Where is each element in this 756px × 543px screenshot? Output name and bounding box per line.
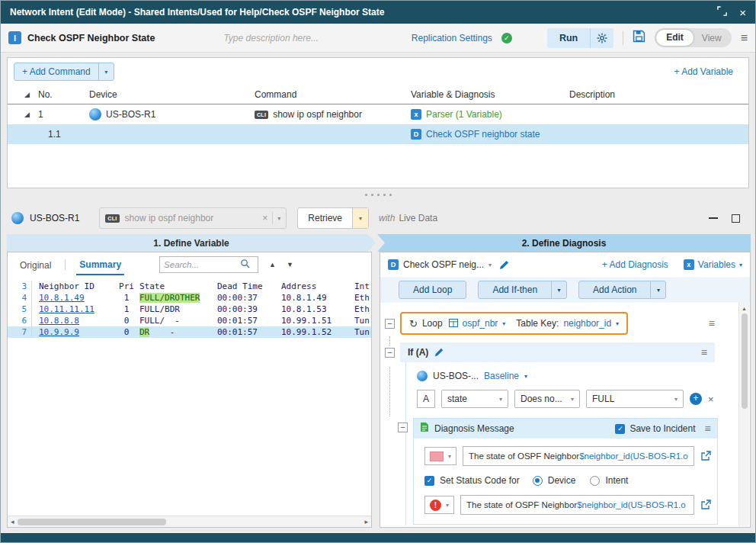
if-header[interactable]: If (A) ≡ [400, 342, 715, 362]
view-toggle-button[interactable]: View [694, 33, 730, 43]
col-interface: Eth [354, 293, 371, 303]
add-action-button[interactable]: Add Action ▾ [578, 281, 666, 299]
device-radio[interactable] [533, 476, 543, 486]
replication-settings-link[interactable]: Replication Settings [412, 33, 492, 43]
diagnosis-selector-caret-icon[interactable]: ▾ [489, 262, 492, 268]
add-diagnosis-link[interactable]: + Add Diagnosis [602, 259, 668, 270]
edit-toggle-button[interactable]: Edit [656, 30, 694, 46]
loop-block[interactable]: ↻ Loop ospf_nbr ▾ Table Key: neighbor_id… [400, 312, 628, 335]
intent-radio[interactable] [590, 476, 600, 486]
status-code-caret-icon[interactable]: ▾ [446, 502, 449, 509]
cli-output[interactable]: 3 Neighbor ID Pri State Dead Time Addres… [8, 281, 371, 516]
add-condition-button[interactable]: + [690, 393, 702, 405]
vertical-scrollbar[interactable]: ▴ [738, 303, 749, 526]
diagnosis-link[interactable]: Check OSPF neighbor state [426, 129, 540, 140]
loop-table-caret-icon[interactable]: ▾ [502, 320, 505, 327]
scroll-left-icon[interactable]: ◂ [8, 518, 18, 525]
tab-original[interactable]: Original [17, 255, 54, 275]
neighbor-ip-link[interactable]: 10.11.11.11 [39, 304, 94, 314]
variables-button[interactable]: x Variables ▾ [684, 259, 742, 270]
status-message-input[interactable]: The state of OSPF Neighbor $neighbor_id(… [460, 495, 694, 515]
add-command-button[interactable]: + Add Command ▾ [14, 63, 114, 81]
save-to-incident-checkbox[interactable]: ✓ [615, 424, 625, 434]
live-data-label[interactable]: Live Data [399, 213, 437, 223]
neighbor-ip-link[interactable]: 10.8.8.8 [39, 316, 79, 326]
open-status-editor-icon[interactable] [700, 500, 711, 510]
save-icon[interactable] [633, 30, 645, 46]
severity-caret-icon[interactable]: ▾ [448, 453, 451, 460]
tab-summary[interactable]: Summary [76, 255, 124, 275]
add-command-caret-icon[interactable]: ▾ [98, 63, 114, 80]
baseline-caret-icon[interactable]: ▾ [524, 373, 527, 380]
scroll-up-icon[interactable]: ▴ [742, 303, 745, 313]
if-collapse-toggle[interactable]: − [385, 348, 395, 358]
menu-icon[interactable]: ≡ [741, 32, 748, 44]
status-code-select[interactable]: ! ▾ [424, 496, 454, 514]
find-previous-button[interactable]: ▲ [269, 261, 276, 268]
row-expand-icon[interactable]: ◢ [24, 111, 30, 118]
add-if-then-button[interactable]: Add If-then ▾ [478, 281, 567, 299]
condition-value-select[interactable]: FULL ▾ [586, 390, 684, 408]
cli-output-line: 5 10.11.11.11 1 FULL/BDR 00:00:39 10.8.1… [8, 304, 371, 315]
scroll-right-icon[interactable]: ▸ [361, 518, 371, 525]
scrollbar-thumb[interactable] [742, 313, 748, 409]
variables-caret-icon[interactable]: ▾ [739, 262, 742, 268]
close-icon[interactable]: × [739, 7, 746, 18]
severity-color-select[interactable]: ▾ [424, 447, 456, 465]
loop-menu-icon[interactable]: ≡ [709, 317, 715, 329]
save-to-incident-label: Save to Incident [629, 423, 695, 434]
command-select-caret-icon[interactable]: ▾ [277, 215, 280, 222]
retrieve-caret-icon[interactable]: ▾ [352, 208, 368, 228]
panel-splitter[interactable] [7, 190, 749, 199]
minimize-icon[interactable] [709, 217, 718, 219]
neighbor-ip-link[interactable]: 10.9.9.9 [39, 327, 79, 337]
diagnosis-selector[interactable]: D Check OSPF neig... ▾ [388, 259, 492, 270]
diagnosis-message-menu-icon[interactable]: ≡ [705, 423, 711, 435]
horizontal-scrollbar[interactable]: ◂ ▸ [8, 516, 371, 527]
col-dead-time: 00:00:37 [217, 293, 281, 303]
table-key-caret-icon[interactable]: ▾ [616, 320, 619, 327]
add-if-then-caret-icon[interactable]: ▾ [551, 281, 566, 298]
loop-collapse-toggle[interactable]: − [385, 319, 395, 329]
edit-if-icon[interactable] [434, 348, 444, 357]
condition-field-caret-icon[interactable]: ▾ [495, 396, 502, 403]
fullscreen-icon[interactable] [717, 5, 727, 19]
maximize-icon[interactable] [732, 214, 740, 223]
condition-operator-caret-icon[interactable]: ▾ [566, 396, 574, 403]
add-variable-link[interactable]: + Add Variable [674, 66, 733, 77]
search-input[interactable] [164, 260, 240, 269]
description-input[interactable] [223, 33, 360, 43]
retrieve-button[interactable]: Retrieve [298, 208, 352, 228]
remove-condition-button[interactable]: × [708, 394, 714, 405]
open-message-editor-icon[interactable] [700, 451, 711, 461]
table-key-select[interactable]: neighbor_id [563, 318, 611, 329]
loop-table-select[interactable]: ospf_nbr [463, 318, 498, 329]
clear-command-icon[interactable]: × [262, 213, 267, 223]
run-button[interactable]: Run [547, 28, 591, 48]
search-icon[interactable] [240, 258, 250, 272]
add-action-caret-icon[interactable]: ▾ [650, 281, 665, 298]
parser-link[interactable]: Parser (1 Variable) [426, 109, 502, 120]
scrollbar-thumb[interactable] [18, 519, 166, 525]
if-menu-icon[interactable]: ≡ [701, 346, 707, 358]
diagnosis-message-collapse-toggle[interactable]: − [398, 423, 408, 432]
search-box [159, 256, 258, 273]
command-select[interactable]: CLI show ip ospf neighbor × ▾ [99, 207, 287, 229]
neighbor-ip-link[interactable]: 10.8.1.49 [39, 293, 85, 303]
message-input[interactable]: The state of OSPF Neighbor $neighbor_id(… [463, 446, 694, 466]
run-settings-gear-icon[interactable] [591, 33, 613, 43]
condition-field-select[interactable]: state ▾ [441, 390, 508, 408]
condition-operator-select[interactable]: Does no... ▾ [514, 390, 580, 408]
add-loop-button[interactable]: Add Loop [399, 281, 466, 299]
edit-diagnosis-icon[interactable] [499, 260, 509, 270]
diagnosis-row[interactable]: 1.1 D Check OSPF neighbor state [8, 124, 748, 144]
find-next-button[interactable]: ▼ [287, 261, 293, 268]
col-state: State [139, 281, 217, 291]
collapse-all-icon[interactable]: ◢ [24, 91, 30, 98]
command-row[interactable]: ◢ 1 US-BOS-R1 CLI show ip ospf neighbor … [8, 104, 748, 124]
diagnosis-message-header[interactable]: Diagnosis Message ✓ Save to Incident ≡ [414, 419, 717, 439]
set-status-code-checkbox[interactable]: ✓ [424, 476, 434, 486]
baseline-select[interactable]: Baseline [484, 371, 519, 381]
condition-value-caret-icon[interactable]: ▾ [670, 396, 678, 403]
col-dead-time: Dead Time [217, 281, 281, 291]
